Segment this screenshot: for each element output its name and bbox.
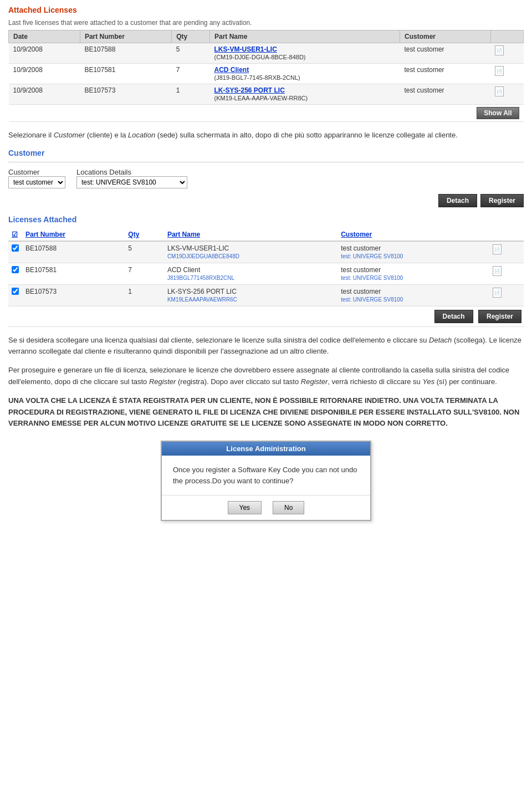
register-button-top[interactable]: Register <box>480 194 524 207</box>
cell-qty: 5 <box>172 43 210 64</box>
intro-paragraph: Selezionare il Customer (cliente) e la L… <box>8 130 524 141</box>
cell-qty-2: 1 <box>125 285 164 306</box>
bold-warning: UNA VOLTA CHE LA LICENZA È STATA REGISTR… <box>8 395 524 430</box>
table-row: 10/9/2008 BE107573 1 LK-SYS-256 PORT LIC… <box>9 84 524 105</box>
list-item: BE107581 7 ACD Client J819BGL771458RXB2C… <box>8 263 524 285</box>
part-name-sub: (CM19-DJ0E-DGUA-8BCE-848D) <box>214 54 305 60</box>
document-icon-2: 📄 <box>493 266 502 276</box>
show-all-button[interactable]: Show All <box>477 107 519 119</box>
location-label: Locations Details <box>76 168 187 176</box>
cell-part-name: LK-SYS-256 PORT LIC (KM19-LEAA-AAPA-VAEW… <box>209 84 400 105</box>
customer-form-group: Customer test customer <box>8 168 65 188</box>
cell-part-number: BE107588 <box>80 43 171 64</box>
cell-part-number-2: BE107581 <box>22 263 125 285</box>
cell-customer-2: test customer test: UNIVERGE SV8100 <box>337 285 489 306</box>
customer-select[interactable]: test customer <box>8 176 65 188</box>
part-name-link[interactable]: LK-SYS-256 PORT LIC <box>214 86 395 94</box>
col-part-number-2[interactable]: Part Number <box>22 228 125 241</box>
cell-qty-2: 7 <box>125 263 164 285</box>
list-item: BE107573 1 LK-SYS-256 PORT LIC KM19LEAAA… <box>8 285 524 306</box>
cell-part-name-2: ACD Client J819BGL771458RXB2CNL <box>164 263 337 285</box>
cell-part-name: LKS-VM-USER1-LIC (CM19-DJ0E-DGUA-8BCE-84… <box>209 43 400 64</box>
cell-part-name-2: LK-SYS-256 PORT LIC KM19LEAAAPAVAEWRR6C <box>164 285 337 306</box>
cell-date: 10/9/2008 <box>9 64 80 84</box>
location-select[interactable]: test: UNIVERGE SV8100 <box>76 176 187 188</box>
part-name-text: LKS-VM-USER1-LIC <box>167 244 334 252</box>
register-button-bottom[interactable]: Register <box>478 310 521 323</box>
col-check: ☑ <box>8 228 22 241</box>
attached-licenses-title: Attached Licenses <box>8 6 524 14</box>
part-name-text: LK-SYS-256 PORT LIC <box>167 288 334 295</box>
cell-doc-icon-2: 📄 <box>489 241 524 263</box>
part-name-sub: (J819-BGL7-7145-8RXB-2CNL) <box>214 74 300 81</box>
licenses-attached-section: Licenses Attached ☑ Part Number Qty Part… <box>8 215 524 327</box>
dialog-no-button[interactable]: No <box>273 501 304 514</box>
cell-part-name: ACD Client (J819-BGL7-7145-8RXB-2CNL) <box>209 64 400 84</box>
cell-date: 10/9/2008 <box>9 84 80 105</box>
document-icon: 📄 <box>495 86 504 96</box>
detach-paragraph: Se si desidera scollegare una licenza qu… <box>8 335 524 357</box>
cell-customer-2: test customer test: UNIVERGE SV8100 <box>337 263 489 285</box>
customer-btn-row: Detach Register <box>8 194 524 207</box>
col-part-name: Part Name <box>209 30 400 43</box>
part-name-link[interactable]: LKS-VM-USER1-LIC <box>214 45 395 53</box>
part-name-text: ACD Client <box>167 266 334 274</box>
cell-part-number: BE107573 <box>80 84 171 105</box>
cell-checkbox[interactable] <box>8 285 22 306</box>
col-qty-2: Qty <box>125 228 164 241</box>
customer-sub: test: UNIVERGE SV8100 <box>341 253 403 259</box>
detach-button-top[interactable]: Detach <box>438 194 477 207</box>
cell-doc-icon-2: 📄 <box>489 285 524 306</box>
cell-customer: test customer <box>400 43 491 64</box>
customer-name: test customer <box>341 244 381 252</box>
customer-label: Customer <box>8 168 65 176</box>
customer-section-title: Customer <box>8 149 524 157</box>
dialog-title: License Administration <box>162 442 370 456</box>
dialog-wrapper: License Administration Once you register… <box>8 441 524 521</box>
attached-licenses-section: Attached Licenses Last five licenses tha… <box>8 6 524 122</box>
licenses-attached-title: Licenses Attached <box>8 215 524 224</box>
detach-button-bottom[interactable]: Detach <box>434 310 473 323</box>
table-row: 10/9/2008 BE107581 7 ACD Client (J819-BG… <box>9 64 524 84</box>
dialog-yes-button[interactable]: Yes <box>228 501 262 514</box>
cell-doc-icon: 📄 <box>490 84 523 105</box>
cell-customer: test customer <box>400 64 491 84</box>
list-item: BE107588 5 LKS-VM-USER1-LIC CM19DJ0EDGUA… <box>8 241 524 263</box>
part-name-sub2: J819BGL771458RXB2CNL <box>167 275 234 281</box>
customer-section: Customer Customer test customer Location… <box>8 149 524 207</box>
col-part-name-2[interactable]: Part Name <box>164 228 337 241</box>
licenses-attached-table: ☑ Part Number Qty Part Name Customer BE1… <box>8 228 524 327</box>
license-checkbox[interactable] <box>12 288 19 295</box>
register-paragraph: Per proseguire e generare un file di lic… <box>8 365 524 387</box>
dialog-body: Once you register a Software Key Code yo… <box>162 456 370 495</box>
col-customer-2[interactable]: Customer <box>337 228 489 241</box>
customer-form-row: Customer test customer Locations Details… <box>8 168 524 188</box>
document-icon-2: 📄 <box>493 288 502 298</box>
cell-qty-2: 5 <box>125 241 164 263</box>
col-icon-2 <box>489 228 524 241</box>
customer-name: test customer <box>341 288 381 295</box>
cell-qty: 7 <box>172 64 210 84</box>
cell-checkbox[interactable] <box>8 263 22 285</box>
license-checkbox[interactable] <box>12 244 19 252</box>
attached-licenses-table: Date Part Number Qty Part Name Customer … <box>8 30 524 122</box>
location-form-group: Locations Details test: UNIVERGE SV8100 <box>76 168 187 188</box>
col-part-number: Part Number <box>80 30 171 43</box>
table-row: 10/9/2008 BE107588 5 LKS-VM-USER1-LIC (C… <box>9 43 524 64</box>
attached-licenses-subtitle: Last five licenses that were attached to… <box>8 19 524 27</box>
customer-name: test customer <box>341 266 381 274</box>
cell-part-number-2: BE107573 <box>22 285 125 306</box>
dialog-box: License Administration Once you register… <box>161 441 371 521</box>
col-customer: Customer <box>400 30 491 43</box>
document-icon: 📄 <box>495 66 504 76</box>
customer-sub: test: UNIVERGE SV8100 <box>341 275 403 281</box>
cell-customer: test customer <box>400 84 491 105</box>
col-qty: Qty <box>172 30 210 43</box>
cell-part-name-2: LKS-VM-USER1-LIC CM19DJ0EDGUA8BCE848D <box>164 241 337 263</box>
cell-checkbox[interactable] <box>8 241 22 263</box>
part-name-link[interactable]: ACD Client <box>214 66 395 74</box>
cell-part-number-2: BE107588 <box>22 241 125 263</box>
cell-qty: 1 <box>172 84 210 105</box>
cell-date: 10/9/2008 <box>9 43 80 64</box>
license-checkbox[interactable] <box>12 266 19 273</box>
